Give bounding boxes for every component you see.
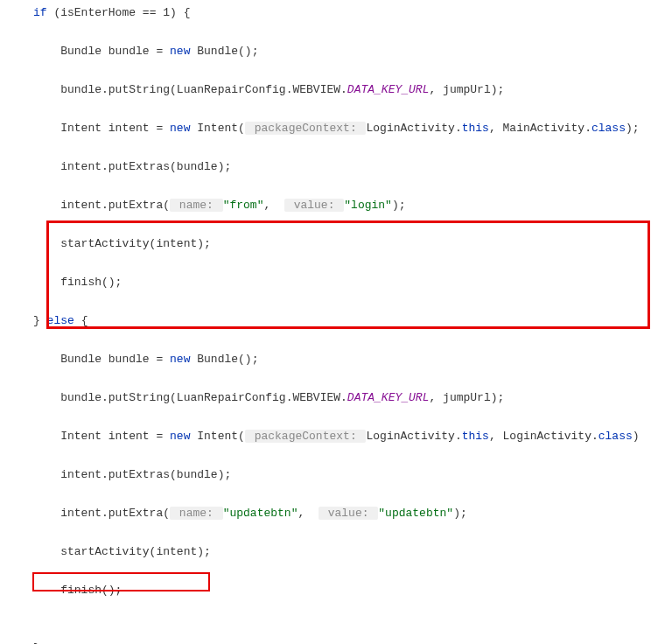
code-block: if (isEnterHome == 1) { Bundle bundle = … — [0, 0, 651, 644]
